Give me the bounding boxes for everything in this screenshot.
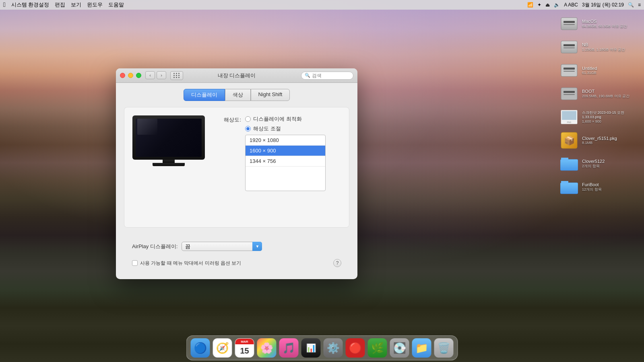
menubar-left:  시스템 환경설정 편집 보기 윈도우 도움말	[3, 1, 124, 8]
dock-trash[interactable]: 🗑️	[433, 337, 454, 358]
dock-calendar[interactable]: MAR 15	[234, 337, 255, 358]
dock-finder[interactable]: 🔵	[190, 337, 211, 358]
tab-night-shift[interactable]: Night Shift	[251, 89, 290, 101]
apple-menu[interactable]: 	[3, 1, 6, 8]
syspref-window: ‹ › 내장 디스플레이 🔍 디스플레이 색	[116, 68, 357, 279]
window-content: 디스플레이 색상 Night Shift	[116, 83, 357, 279]
mirror-label-text: 사용 가능할 때 메뉴 막대에서 미러링 옵션 보기	[140, 260, 241, 267]
desktop-icon-clover5122[interactable]: Clover5122 2개의 항목	[559, 154, 640, 173]
icon-screenshot-name: 스크린샷 2023-03-15 오전1.33.03.png	[582, 111, 624, 119]
resolution-row: 해상도: 디스플레이에 최적화	[217, 115, 341, 191]
radio-optimize[interactable]: 디스플레이에 최적화	[245, 115, 326, 123]
menu-window[interactable]: 윈도우	[87, 1, 103, 8]
desktop-icon-furiboot[interactable]: FuriBoot 12개의 항목	[559, 177, 640, 197]
wifi-icon[interactable]: 📶	[527, 2, 533, 8]
desktop-icons: MacOS 64.36GB, 50.3GB 여유 공간	[559, 14, 640, 197]
desktop-icon-boot[interactable]: BOOT 209.5MB, 190.6MB 여유 공간	[559, 84, 640, 103]
search-box[interactable]: 🔍	[301, 72, 353, 80]
svg-rect-19	[561, 158, 568, 161]
checkbox-row: 사용 가능할 때 메뉴 막대에서 미러링 옵션 보기 ?	[124, 257, 349, 273]
tv-preview	[132, 115, 205, 172]
resolution-list: 1920 × 1080 644 × 362 1344 × 756	[245, 135, 326, 191]
svg-rect-21	[561, 181, 568, 184]
bluetooth-icon[interactable]: ✦	[537, 2, 541, 8]
icon-clover5122-detail: 2개의 항목	[582, 164, 605, 169]
svg-rect-20	[560, 183, 578, 194]
minimize-button[interactable]	[128, 73, 133, 78]
icon-nb-name: NB	[582, 42, 625, 47]
airplay-select[interactable]: 끔	[182, 242, 262, 251]
dock-green-app[interactable]: 🌿	[367, 337, 388, 358]
volume-icon[interactable]: 🔈	[554, 2, 560, 8]
dock-itunes[interactable]: 🎵	[279, 337, 299, 358]
keyboard-status[interactable]: A ABC	[564, 2, 578, 8]
spotlight-icon[interactable]: 🔍	[628, 2, 634, 8]
menu-view[interactable]: 보기	[71, 1, 81, 8]
icon-clover5122-name: Clover5122	[582, 159, 605, 164]
airplay-label: AirPlay 디스플레이:	[132, 243, 178, 250]
svg-rect-18	[560, 159, 578, 171]
menu-system-prefs[interactable]: 시스템 환경설정	[11, 1, 50, 8]
dock-activity-monitor[interactable]: 📊	[301, 337, 322, 358]
window-titlebar: ‹ › 내장 디스플레이 🔍	[116, 68, 357, 83]
display-settings: 해상도: 디스플레이에 최적화	[124, 107, 349, 228]
dock-disk[interactable]: 💽	[389, 337, 410, 358]
resolution-1344[interactable]: 1344 × 756	[246, 156, 325, 167]
icon-macos-detail: 64.36GB, 50.3GB 여유 공간	[582, 24, 627, 29]
tabs-container: 디스플레이 색상 Night Shift	[124, 89, 349, 101]
airplay-section: AirPlay 디스플레이: 끔 ▼	[124, 236, 349, 257]
fullscreen-button[interactable]	[136, 73, 141, 78]
back-button[interactable]: ‹	[145, 71, 155, 79]
radio-optimize-label: 디스플레이에 최적화	[253, 115, 302, 123]
radio-dot	[246, 127, 250, 130]
resolution-1920[interactable]: 1920 × 1080	[246, 135, 325, 146]
icon-nb-detail: 1.23GB, 1.18GB 여유 공간	[582, 47, 625, 52]
forward-button[interactable]: ›	[157, 71, 166, 79]
desktop-icon-nb[interactable]: NB 1.23GB, 1.18GB 여유 공간	[559, 37, 640, 57]
svg-rect-13	[562, 111, 576, 120]
desktop-icon-screenshot[interactable]: PNG 스크린샷 2023-03-15 오전1.33.03.png 1,600 …	[559, 107, 640, 127]
eject-icon[interactable]: ⏏	[545, 2, 550, 8]
tab-color[interactable]: 색상	[225, 89, 251, 101]
airplay-select-wrap: 끔 ▼	[182, 242, 262, 251]
dock-system-prefs[interactable]: ⚙️	[323, 337, 344, 358]
menubar-right: 📶 ✦ ⏏ 🔈 A ABC 3월 16일 (목) 02:19 🔍 ≡	[527, 2, 641, 8]
radio-adjust-input[interactable]	[245, 126, 251, 132]
dock-folder[interactable]: 📁	[411, 337, 432, 358]
dock-photos[interactable]: 🌸	[256, 337, 277, 358]
icon-clover-pkg-name: Clover_r5151.pkg	[582, 136, 617, 141]
radio-optimize-input[interactable]	[245, 116, 251, 122]
search-icon: 🔍	[305, 73, 310, 78]
menu-edit[interactable]: 편집	[55, 1, 65, 8]
close-button[interactable]	[120, 73, 125, 78]
mirror-checkbox[interactable]	[132, 260, 138, 266]
dock: 🔵 🧭 MAR 15 🌸 🎵 📊 ⚙️ 🔴	[186, 335, 458, 360]
desktop-icon-untitled[interactable]: Untitled 61.31GB	[559, 61, 640, 80]
help-button[interactable]: ?	[333, 259, 341, 267]
svg-text:PNG: PNG	[567, 121, 572, 123]
svg-rect-1	[564, 21, 575, 23]
svg-rect-10	[564, 91, 575, 93]
icon-untitled-name: Untitled	[582, 66, 597, 71]
svg-rect-6	[561, 64, 577, 76]
tab-display[interactable]: 디스플레이	[184, 89, 225, 101]
dock-red-app[interactable]: 🔴	[345, 337, 366, 358]
dock-safari[interactable]: 🧭	[212, 337, 233, 358]
mirror-checkbox-label[interactable]: 사용 가능할 때 메뉴 막대에서 미러링 옵션 보기	[132, 260, 241, 267]
resolution-settings: 해상도: 디스플레이에 최적화	[217, 115, 341, 195]
svg-rect-11	[564, 94, 575, 95]
grid-button[interactable]	[170, 71, 183, 80]
svg-rect-5	[564, 47, 575, 48]
menu-help[interactable]: 도움말	[108, 1, 124, 8]
icon-furiboot-name: FuriBoot	[582, 182, 602, 187]
search-input[interactable]	[312, 73, 348, 78]
radio-adjust[interactable]: 해상도 조절	[245, 125, 326, 132]
datetime: 3월 16일 (목) 02:19	[582, 2, 624, 8]
resolution-1600[interactable]: 644 × 362	[246, 146, 325, 156]
desktop-icon-macos[interactable]: MacOS 64.36GB, 50.3GB 여유 공간	[559, 14, 640, 33]
nav-buttons: ‹ ›	[145, 71, 183, 80]
siri-icon[interactable]: ≡	[638, 2, 641, 8]
svg-rect-0	[561, 18, 577, 30]
icon-screenshot-detail: 1,600 × 900	[582, 119, 624, 123]
desktop-icon-clover-pkg[interactable]: 📦 Clover_r5151.pkg 8.1MB	[559, 131, 640, 150]
